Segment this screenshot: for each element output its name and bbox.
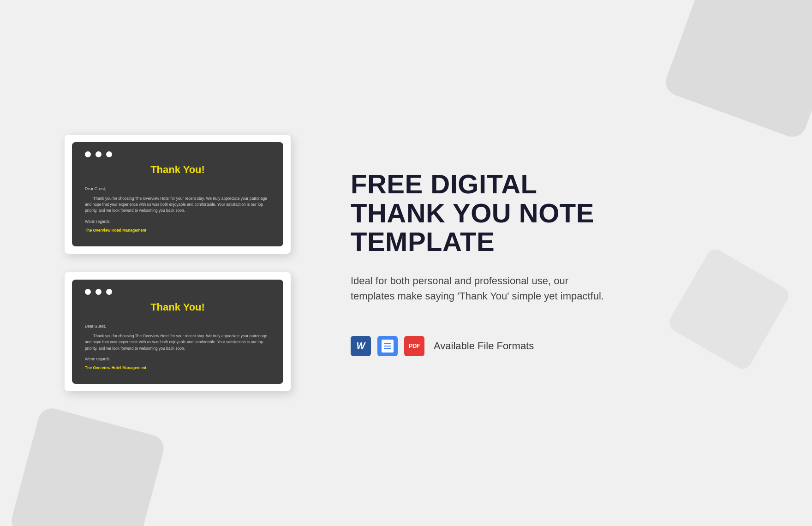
card-body-text-2: Thank you for choosing The Overview Hote… xyxy=(85,333,270,352)
card-title-2: Thank You! xyxy=(85,301,270,313)
pdf-format-icon[interactable]: PDF xyxy=(404,336,424,356)
card-body-2: Dear Guest, Thank you for choosing The O… xyxy=(85,323,270,371)
window-dots-2 xyxy=(85,289,270,295)
word-format-icon[interactable]: W xyxy=(351,336,371,356)
description: Ideal for both personal and professional… xyxy=(351,273,609,304)
card-signature-1: The Overview Hotel Management xyxy=(85,227,270,233)
card-greeting-1: Dear Guest, xyxy=(85,186,270,192)
pdf-icon-label: PDF xyxy=(409,342,420,349)
docs-line-1 xyxy=(384,343,391,344)
window-dot-5 xyxy=(96,289,102,295)
left-panel: Thank You! Dear Guest, Thank you for cho… xyxy=(0,0,323,526)
docs-line-3 xyxy=(384,348,391,349)
card-closing-2: Warm regards, xyxy=(85,356,270,362)
card-inner-2: Thank You! Dear Guest, Thank you for cho… xyxy=(72,280,283,384)
docs-line-2 xyxy=(384,346,391,347)
window-dot-3 xyxy=(106,151,112,157)
card-inner-1: Thank You! Dear Guest, Thank you for cho… xyxy=(72,142,283,246)
template-card-2[interactable]: Thank You! Dear Guest, Thank you for cho… xyxy=(65,272,291,391)
main-title: FREE DIGITALTHANK YOU NOTETEMPLATE xyxy=(351,170,775,257)
card-body-text-1: Thank you for choosing The Overview Hote… xyxy=(85,196,270,214)
docs-icon-paper xyxy=(382,340,394,353)
window-dot-2 xyxy=(96,151,102,157)
right-panel: FREE DIGITALTHANK YOU NOTETEMPLATE Ideal… xyxy=(323,133,812,393)
card-body-1: Dear Guest, Thank you for choosing The O… xyxy=(85,186,270,233)
file-formats-row: W PDF Available File Formats xyxy=(351,336,775,356)
window-dot-6 xyxy=(106,289,112,295)
card-signature-2: The Overview Hotel Management xyxy=(85,365,270,371)
word-icon-letter: W xyxy=(357,341,365,351)
file-formats-label: Available File Formats xyxy=(434,340,534,352)
template-card-1[interactable]: Thank You! Dear Guest, Thank you for cho… xyxy=(65,135,291,254)
card-closing-1: Warm regards, xyxy=(85,219,270,225)
card-title-1: Thank You! xyxy=(85,164,270,176)
window-dot-1 xyxy=(85,151,91,157)
page-container: Thank You! Dear Guest, Thank you for cho… xyxy=(0,0,812,526)
window-dots-1 xyxy=(85,151,270,157)
window-dot-4 xyxy=(85,289,91,295)
docs-format-icon[interactable] xyxy=(377,336,398,356)
card-greeting-2: Dear Guest, xyxy=(85,323,270,329)
